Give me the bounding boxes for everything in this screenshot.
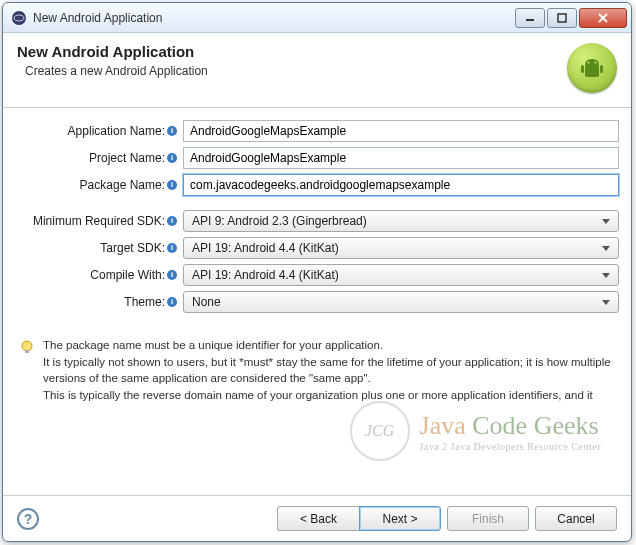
chevron-down-icon [602,273,610,278]
chevron-down-icon [602,246,610,251]
svg-rect-12 [25,350,29,353]
min-sdk-combo[interactable]: API 9: Android 2.3 (Gingerbread) [183,210,619,232]
min-sdk-label: Minimum Required SDK:i [15,214,183,228]
compile-with-label: Compile With:i [15,268,183,282]
titlebar-title: New Android Application [33,11,515,25]
theme-label: Theme:i [15,295,183,309]
page-subtitle: Creates a new Android Application [17,64,567,78]
package-name-label: Package Name:i [15,178,183,192]
target-sdk-combo[interactable]: API 19: Android 4.4 (KitKat) [183,237,619,259]
hint-line: The package name must be a unique identi… [43,339,383,351]
target-sdk-label: Target SDK:i [15,241,183,255]
chevron-down-icon [602,300,610,305]
android-icon [567,43,617,93]
svg-rect-6 [585,65,599,77]
page-title: New Android Application [17,43,567,60]
chevron-down-icon [602,219,610,224]
minimize-button[interactable] [515,8,545,28]
svg-point-8 [595,62,597,64]
lightbulb-icon [19,339,35,404]
hint-line: This is typically the reverse domain nam… [43,389,593,401]
next-button[interactable]: Next > [359,506,441,531]
project-name-input[interactable] [183,147,619,169]
titlebar[interactable]: New Android Application [3,3,631,33]
svg-rect-3 [558,14,566,22]
compile-with-combo[interactable]: API 19: Android 4.4 (KitKat) [183,264,619,286]
package-name-input[interactable] [183,174,619,196]
back-button[interactable]: < Back [277,506,359,531]
eclipse-icon [11,10,27,26]
svg-point-11 [22,341,32,351]
wizard-header: New Android Application Creates a new An… [3,33,631,108]
close-button[interactable] [579,8,627,28]
app-name-label: Application Name:i [15,124,183,138]
info-icon: i [167,270,177,280]
theme-combo[interactable]: None [183,291,619,313]
finish-button: Finish [447,506,529,531]
info-icon: i [167,297,177,307]
app-name-input[interactable] [183,120,619,142]
help-icon[interactable]: ? [17,508,39,530]
info-icon: i [167,180,177,190]
maximize-button[interactable] [547,8,577,28]
hint-line: It is typically not shown to users, but … [43,356,611,385]
wizard-window: New Android Application New Android Appl… [2,2,632,542]
cancel-button[interactable]: Cancel [535,506,617,531]
info-icon: i [167,216,177,226]
info-icon: i [167,243,177,253]
svg-rect-10 [600,65,603,73]
svg-rect-9 [581,65,584,73]
info-icon: i [167,126,177,136]
wizard-footer: ? < Back Next > Finish Cancel [3,495,631,541]
hint-box: The package name must be a unique identi… [15,333,619,408]
svg-point-7 [588,62,590,64]
project-name-label: Project Name:i [15,151,183,165]
form-area: Application Name:i Project Name:i Packag… [3,108,631,495]
info-icon: i [167,153,177,163]
